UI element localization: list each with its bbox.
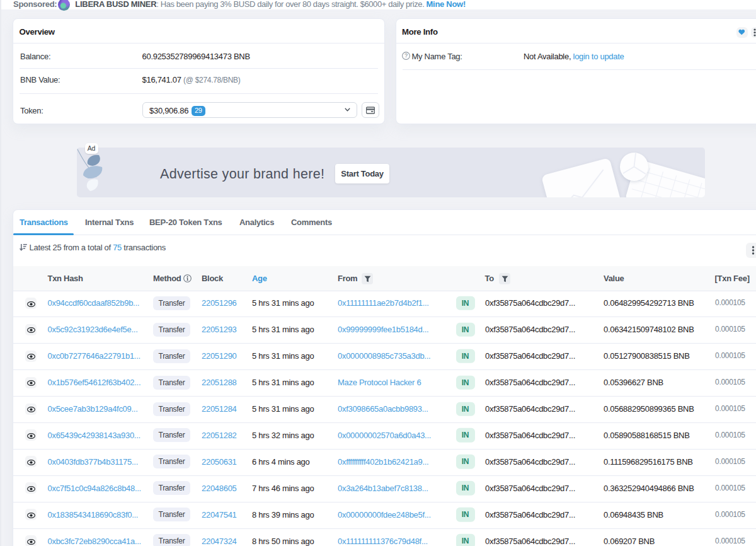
svg-text:?: ? <box>404 52 408 59</box>
